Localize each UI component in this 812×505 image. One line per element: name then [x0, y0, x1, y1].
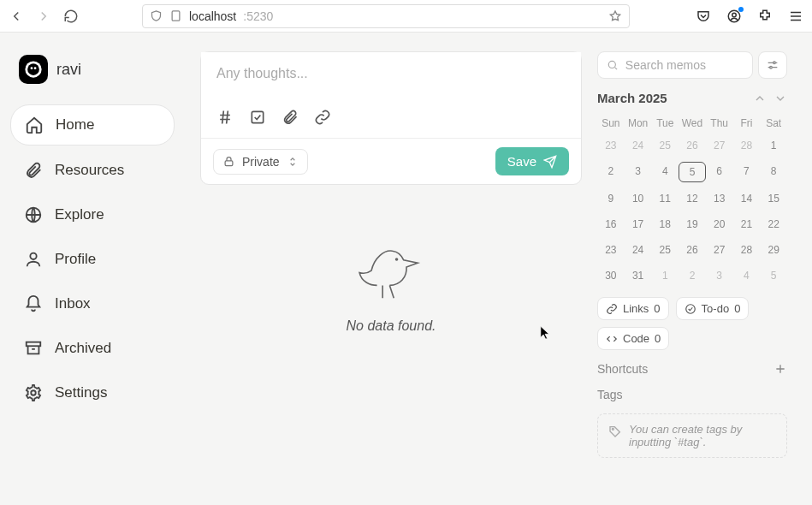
calendar-day[interactable]: 30	[597, 266, 625, 285]
calendar-day[interactable]: 19	[679, 215, 706, 234]
sidebar-item-archived[interactable]: Archived	[10, 329, 175, 368]
save-label: Save	[507, 154, 536, 169]
calendar-day[interactable]: 1	[760, 136, 787, 155]
search-memos[interactable]	[597, 51, 753, 79]
chip-label: To-do	[702, 302, 730, 315]
visibility-selector[interactable]: Private	[213, 149, 308, 175]
tags-hint-text: You can create tags by inputting `#tag`.	[629, 423, 776, 449]
calendar-day[interactable]: 3	[625, 162, 652, 182]
links-chip[interactable]: Links 0	[597, 297, 669, 320]
calendar-day[interactable]: 20	[706, 215, 733, 234]
forward-button[interactable]	[36, 9, 51, 24]
search-input[interactable]	[625, 58, 744, 72]
link-icon[interactable]	[314, 109, 331, 126]
calendar-day[interactable]: 8	[760, 162, 787, 182]
calendar-day[interactable]: 3	[706, 266, 733, 285]
sidebar-item-resources[interactable]: Resources	[10, 151, 175, 190]
calendar-day[interactable]: 11	[651, 189, 679, 208]
svg-point-16	[770, 66, 773, 68]
svg-rect-9	[27, 342, 41, 347]
calendar-day[interactable]: 2	[597, 162, 625, 182]
sidebar-item-explore[interactable]: Explore	[10, 195, 175, 235]
calendar-day[interactable]: 26	[679, 241, 706, 259]
calendar-day[interactable]: 4	[651, 162, 679, 182]
calendar-day[interactable]: 5	[760, 266, 787, 285]
browser-toolbar: localhost:5230	[0, 0, 812, 33]
url-host: localhost	[189, 9, 236, 23]
calendar-day[interactable]: 9	[597, 189, 625, 208]
user-profile[interactable]: ravi	[10, 48, 175, 91]
chip-label: Code	[623, 332, 649, 345]
calendar-day[interactable]: 26	[679, 136, 706, 155]
calendar-day[interactable]: 15	[760, 189, 787, 208]
account-icon[interactable]	[726, 9, 742, 24]
calendar-day[interactable]: 2	[679, 266, 706, 285]
calendar-day[interactable]: 10	[625, 189, 652, 208]
code-chip[interactable]: Code 0	[597, 327, 669, 350]
calendar-day[interactable]: 5	[679, 162, 706, 182]
calendar-day[interactable]: 28	[733, 241, 761, 259]
svg-rect-11	[252, 111, 263, 122]
main-content: Private Save No data found.	[185, 33, 812, 505]
calendar-day[interactable]: 13	[706, 189, 733, 208]
calendar-day[interactable]: 4	[733, 266, 761, 285]
svg-point-4	[27, 63, 39, 75]
svg-point-5	[31, 67, 33, 69]
calendar-day[interactable]: 23	[597, 241, 625, 259]
menu-icon[interactable]	[788, 9, 803, 24]
sidebar-item-profile[interactable]: Profile	[10, 240, 175, 279]
calendar-day[interactable]: 28	[733, 136, 761, 155]
attach-icon[interactable]	[282, 109, 299, 126]
calendar-day[interactable]: 24	[625, 136, 652, 155]
calendar-day[interactable]: 23	[597, 136, 625, 155]
calendar-day[interactable]: 6	[706, 162, 733, 182]
hash-icon[interactable]	[216, 109, 234, 126]
username-label: ravi	[56, 61, 81, 79]
checkbox-icon[interactable]	[249, 109, 266, 126]
calendar-day[interactable]: 25	[651, 136, 679, 155]
calendar-day[interactable]: 7	[733, 162, 761, 182]
calendar-day[interactable]: 22	[760, 215, 787, 234]
home-icon	[25, 116, 44, 134]
sidebar-item-label: Settings	[55, 384, 107, 401]
svg-point-6	[34, 67, 37, 69]
chevron-up-icon[interactable]	[753, 92, 767, 105]
url-port: :5230	[243, 9, 273, 23]
bell-icon	[24, 294, 43, 313]
todo-chip[interactable]: To-do 0	[676, 297, 750, 320]
sidebar-item-settings[interactable]: Settings	[10, 373, 175, 413]
extensions-icon[interactable]	[757, 9, 773, 24]
chevrons-vertical-icon	[287, 156, 299, 168]
add-shortcut-button[interactable]	[773, 362, 787, 376]
calendar-day[interactable]: 12	[679, 189, 706, 208]
save-button[interactable]: Save	[495, 147, 569, 175]
chevron-down-icon[interactable]	[773, 92, 787, 105]
sidebar-item-inbox[interactable]: Inbox	[10, 284, 175, 324]
calendar-day[interactable]: 27	[706, 136, 733, 155]
tag-icon	[608, 425, 622, 438]
calendar-day[interactable]: 1	[651, 266, 679, 285]
calendar-day[interactable]: 21	[733, 215, 761, 234]
svg-point-10	[31, 390, 36, 395]
pocket-icon[interactable]	[696, 9, 711, 24]
calendar-day[interactable]: 29	[760, 241, 787, 259]
calendar-day[interactable]: 17	[625, 215, 652, 234]
bookmark-star-icon[interactable]	[608, 9, 622, 23]
back-button[interactable]	[9, 9, 24, 24]
sidebar-item-home[interactable]: Home	[10, 104, 175, 146]
calendar-day[interactable]: 27	[706, 241, 733, 259]
sliders-icon	[766, 58, 779, 72]
calendar-day[interactable]: 24	[625, 241, 652, 259]
page-icon	[169, 9, 182, 22]
calendar-day[interactable]: 18	[651, 215, 679, 234]
calendar-day[interactable]: 31	[625, 266, 652, 285]
calendar-day[interactable]: 25	[651, 241, 679, 259]
sidebar-item-label: Archived	[55, 340, 111, 357]
svg-rect-12	[225, 161, 233, 166]
memo-input[interactable]	[201, 52, 581, 100]
calendar-day[interactable]: 14	[733, 189, 761, 208]
address-bar[interactable]: localhost:5230	[142, 4, 630, 28]
reload-button[interactable]	[63, 9, 79, 24]
filter-button[interactable]	[758, 51, 787, 79]
calendar-day[interactable]: 16	[597, 215, 625, 234]
